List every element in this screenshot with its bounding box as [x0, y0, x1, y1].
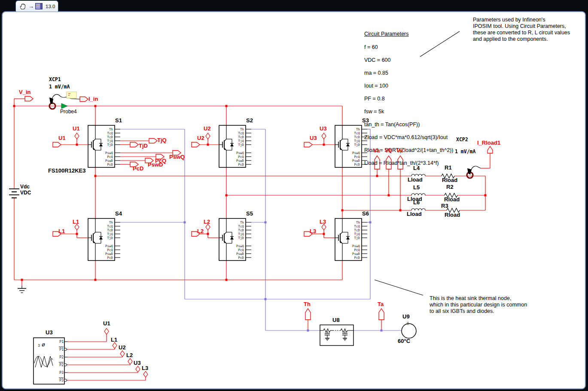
gate-tag-label[interactable]: U2	[197, 135, 204, 141]
gate-terminal-label[interactable]: U2	[204, 126, 211, 132]
gate-terminal-label[interactable]: L2	[204, 219, 210, 225]
dc-source-ref-label[interactable]: Vdc	[20, 184, 30, 190]
module-ref-label[interactable]: S2	[246, 118, 253, 124]
module-ref-label[interactable]: S3	[362, 118, 369, 124]
arrow-icon: →	[28, 3, 34, 9]
gate-tag-label[interactable]: U3	[310, 135, 317, 141]
v-in-label[interactable]: V_in	[19, 89, 30, 95]
gate-terminal-label[interactable]: L1	[73, 219, 79, 225]
heatsink-annotation[interactable]: This is the heat sink thermal node, whic…	[430, 295, 541, 315]
pwm-output-label[interactable]: L2	[126, 352, 133, 358]
gate-terminal-label[interactable]: L3	[320, 219, 326, 225]
i-rload1-label[interactable]: I_Rload1	[477, 140, 500, 146]
u3-phase-count: 3	[38, 344, 40, 348]
inductor-ref-label[interactable]: L4	[413, 165, 420, 171]
resistor-ref-label[interactable]: R3	[441, 203, 448, 209]
parameter-line: tan_th = Tan(Acos(PF))	[364, 121, 467, 128]
u3-label[interactable]: U3	[46, 330, 53, 336]
pan-hand-icon	[19, 2, 27, 10]
gate-tag-label[interactable]: L3	[310, 228, 316, 234]
s1-output-label[interactable]: TjQ	[157, 137, 167, 143]
parameter-line: f = 60	[364, 44, 467, 51]
u9-label[interactable]: U9	[402, 314, 410, 320]
gate-tag-label[interactable]: L1	[58, 228, 65, 234]
waveform-list-icon	[35, 3, 43, 10]
s1-output-label[interactable]: PswD	[148, 162, 163, 168]
th-label[interactable]: Th	[304, 301, 311, 307]
pwm-output-label[interactable]: L1	[111, 337, 117, 343]
resistor-value-label[interactable]: Rload	[444, 197, 460, 203]
inductor-value-label[interactable]: Lload	[408, 177, 423, 183]
gate-tag-label[interactable]: U1	[58, 135, 66, 141]
module-ref-label[interactable]: S6	[362, 211, 369, 217]
inductor-value-label[interactable]: Lload	[407, 211, 422, 217]
resistor-ref-label[interactable]: R2	[446, 184, 454, 190]
xcp2-ref-label[interactable]: XCP2	[456, 137, 468, 142]
resistor-ref-label[interactable]: R1	[445, 165, 452, 171]
inductor-ref-label[interactable]: L6	[413, 200, 420, 206]
iposim-annotation[interactable]: Parameters used by Infineon's IPOSIM too…	[473, 17, 588, 42]
phase-probe-label[interactable]: Vb	[385, 148, 392, 154]
schematic-labels: Circuit Parameters f = 60 VDC = 600 ma =…	[0, 0, 588, 391]
i-in-label[interactable]: I_in	[88, 96, 98, 102]
dc-source-value-label[interactable]: VDC	[20, 190, 31, 196]
gate-terminal-label[interactable]: U3	[320, 126, 327, 132]
gate-terminal-label[interactable]: U1	[73, 126, 80, 132]
s1-output-label[interactable]: PswQ	[169, 154, 185, 160]
pwm-output-label[interactable]: U2	[119, 345, 126, 351]
resistor-value-label[interactable]: Rload	[442, 177, 457, 183]
parameter-line: VDC = 600	[364, 57, 467, 64]
ta-label[interactable]: Ta	[378, 301, 384, 307]
probe4-label[interactable]: Probe4	[60, 109, 77, 115]
parameter-line: fsw = 5k	[364, 109, 467, 115]
schematic-tab[interactable]: → 13.0	[15, 0, 58, 12]
resistor-value-label[interactable]: Rload	[445, 212, 460, 218]
module-part-number[interactable]: FS100R12KE3	[48, 168, 85, 174]
parameter-line: PF = 0.8	[364, 96, 467, 102]
phase-probe-label[interactable]: Va	[373, 148, 380, 154]
module-ref-label[interactable]: S4	[115, 211, 122, 217]
parameter-line: Iout = 100	[364, 83, 467, 89]
xcp1-ref-label[interactable]: XCP1	[49, 77, 61, 82]
pwm-output-label[interactable]: L3	[142, 365, 148, 371]
module-ref-label[interactable]: S5	[246, 211, 253, 217]
pwm-output-label[interactable]: U1	[103, 321, 110, 327]
xcp1-gain-label[interactable]: 1 mV/mA	[49, 84, 70, 89]
pwm-output-label[interactable]: U3	[134, 360, 141, 366]
parameter-line: ma = 0.85	[364, 70, 467, 76]
inductor-ref-label[interactable]: L5	[413, 185, 420, 191]
u3-phase-symbol: ø	[42, 342, 45, 348]
s1-output-label[interactable]: TjD	[139, 143, 148, 149]
s1-output-label[interactable]: PcD	[133, 166, 143, 172]
circuit-parameters-title: Circuit Parameters	[364, 31, 467, 37]
gate-tag-label[interactable]: L2	[197, 228, 204, 234]
parameter-line: Zload = VDC*ma*0.612/sqrt(3)/Iout	[364, 134, 467, 141]
application-window: ThTcQTcDTjQTjDPswQPcQPswDPcDThTcQTcDTjQT…	[0, 0, 588, 391]
zoom-level-indicator: 13.0	[44, 4, 55, 9]
xcp2-gain-label[interactable]: 1 mV/mA	[455, 149, 475, 154]
u8-label[interactable]: U8	[332, 317, 340, 323]
u9-temperature-label[interactable]: 60°C	[398, 338, 410, 344]
module-ref-label[interactable]: S1	[115, 118, 122, 124]
phase-probe-label[interactable]: Vc	[396, 148, 403, 154]
theta-symbol: θ	[407, 322, 409, 326]
